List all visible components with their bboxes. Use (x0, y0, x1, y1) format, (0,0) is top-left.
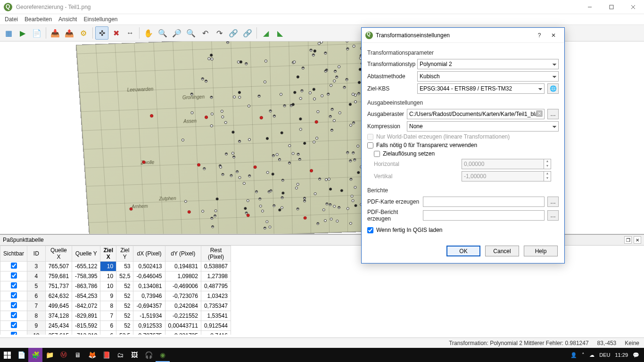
select-transform-type[interactable]: Polynomial 2 (417, 59, 559, 69)
row-visible-checkbox[interactable] (11, 292, 17, 298)
row-visible-checkbox[interactable] (11, 322, 17, 328)
zoom-layer-icon[interactable]: 🔍 (184, 26, 198, 40)
people-icon[interactable]: 👤 (570, 352, 577, 358)
table-row[interactable]: 10257,615-712,319652,50,707675-0,2217350… (0, 331, 231, 335)
gcp-table[interactable]: SichtbarIDQuelle XQuelle YZiel XZiel YdX… (0, 246, 231, 335)
select-target-crs[interactable]: EPSG:3044 - ETRS89 / ETRS-TM32 (417, 83, 545, 94)
ok-button[interactable]: OK (446, 246, 480, 256)
row-visible-checkbox[interactable] (11, 272, 17, 279)
notifications-icon[interactable]: 💬 (633, 352, 639, 358)
dialog-help-icon[interactable]: ? (532, 29, 546, 42)
taskbar-app-icon[interactable]: 🖼 (127, 348, 141, 362)
clock[interactable]: 11:29 (615, 352, 628, 358)
browse-pdf-map-button[interactable]: … (547, 197, 559, 207)
label-target-crs: Ziel-KBS (367, 85, 414, 92)
table-row[interactable]: 3765,507-655,12210530,5024130,1948310,53… (0, 262, 231, 272)
checkbox-load-in-qgis[interactable] (367, 227, 373, 233)
dialog-title: Transformationseinstellungen (376, 32, 532, 39)
select-compression[interactable]: None (407, 121, 559, 132)
column-header[interactable]: ID (27, 246, 46, 262)
taskbar-app-icon[interactable]: 🎧 (141, 348, 156, 362)
row-visible-checkbox[interactable] (11, 282, 17, 288)
taskbar-app-icon[interactable]: 🖥 (71, 348, 85, 362)
checkbox-zero-transparency[interactable] (367, 142, 373, 148)
start-button[interactable] (0, 348, 14, 362)
open-raster-icon[interactable]: ▦ (2, 26, 15, 40)
menu-settings[interactable]: Einstellungen (83, 16, 117, 23)
column-header[interactable]: Ziel X (100, 246, 116, 262)
browse-raster-button[interactable]: … (547, 109, 559, 119)
input-pdf-report[interactable] (423, 210, 545, 221)
pan-icon[interactable]: ✋ (142, 26, 155, 40)
taskbar-app-icon[interactable]: Ⓜ (57, 348, 71, 362)
menu-view[interactable]: Ansicht (58, 16, 77, 23)
input-pdf-map[interactable] (423, 197, 545, 207)
close-button[interactable] (622, 0, 644, 14)
menu-edit[interactable]: Bearbeiten (25, 16, 52, 23)
crs-picker-button[interactable]: 🌐 (547, 83, 559, 94)
file-explorer-icon[interactable]: 📁 (42, 348, 57, 362)
zoom-last-icon[interactable]: ↶ (198, 26, 212, 40)
start-georef-icon[interactable]: ▶ (16, 26, 29, 40)
table-row[interactable]: 7499,645-842,072852-0,6943570,2420840,73… (0, 301, 231, 311)
dialog-close-icon[interactable]: ✕ (546, 29, 561, 42)
row-visible-checkbox[interactable] (11, 312, 17, 318)
column-header[interactable]: Quelle X (45, 246, 72, 262)
label-load-in-qgis: Wenn fertig In QGIS laden (376, 227, 443, 233)
section-output: Ausgabeeinstellungen (367, 99, 559, 106)
qgis-taskbar-icon[interactable]: ◉ (156, 348, 170, 362)
label-vertical: Vertikal (374, 173, 459, 180)
close-panel-icon[interactable]: ✕ (634, 236, 641, 244)
column-header[interactable]: dY (Pixel) (165, 246, 201, 262)
onedrive-icon[interactable]: ☁ (589, 352, 594, 358)
settings-icon[interactable]: ⚙ (77, 26, 90, 40)
checkbox-target-resolution[interactable] (374, 151, 380, 157)
table-row[interactable]: 5751,737-863,78610520,134081-0,4690060,4… (0, 281, 231, 291)
adobe-reader-icon[interactable]: 📕 (99, 348, 113, 362)
taskbar-app-icon[interactable]: 📄 (14, 348, 28, 362)
raster-image: Leeuwarden Groningen Assen Zwolle Zutphe… (76, 41, 366, 234)
save-gcp-icon[interactable]: 📤 (63, 26, 76, 40)
table-row[interactable]: 4759,681-758,3951052,5-0,6460451,098021,… (0, 272, 231, 281)
column-header[interactable]: Quelle Y (72, 246, 100, 262)
move-point-icon[interactable]: ↔ (124, 26, 137, 40)
minimize-button[interactable] (579, 0, 601, 14)
delete-point-icon[interactable]: ✖ (109, 26, 123, 40)
zoom-out-icon[interactable]: 🔎 (170, 26, 183, 40)
help-button[interactable]: Help (524, 246, 558, 256)
add-point-icon[interactable]: ✜ (95, 26, 108, 40)
maximize-button[interactable] (601, 0, 622, 14)
row-visible-checkbox[interactable] (11, 332, 17, 335)
link-georef-icon[interactable]: 🔗 (227, 26, 240, 40)
input-output-raster[interactable] (407, 109, 545, 119)
select-resample[interactable]: Kubisch (417, 71, 559, 82)
clear-field-icon[interactable]: ✕ (536, 110, 543, 117)
qgis-icon (365, 32, 373, 39)
row-visible-checkbox[interactable] (11, 263, 17, 269)
full-histogram-icon[interactable]: ◢ (259, 26, 272, 40)
taskbar-app-icon[interactable]: 🧩 (28, 348, 42, 362)
generate-script-icon[interactable]: 📄 (30, 26, 43, 40)
label-target-resolution: Zielauflösung setzen (383, 150, 435, 157)
language-indicator[interactable]: DEU (599, 352, 610, 358)
undock-icon[interactable]: ❐ (624, 236, 632, 244)
browse-pdf-report-button[interactable]: … (547, 210, 559, 221)
menu-file[interactable]: Datei (5, 16, 18, 23)
link-qgis-icon[interactable]: 🔗 (241, 26, 254, 40)
row-visible-checkbox[interactable] (11, 302, 17, 308)
table-row[interactable]: 9245,434-815,5926520,9125330,004437110,9… (0, 321, 231, 331)
tray-chevron-icon[interactable]: ˄ (582, 352, 585, 358)
cancel-button[interactable]: Cancel (485, 246, 519, 256)
zoom-next-icon[interactable]: ↷ (213, 26, 226, 40)
column-header[interactable]: Rest (Pixel) (201, 246, 231, 262)
column-header[interactable]: dX (Pixel) (133, 246, 165, 262)
column-header[interactable]: Ziel Y (116, 246, 133, 262)
table-row[interactable]: 6624,632-854,2539520,73946-0,7230761,034… (0, 291, 231, 301)
column-header[interactable]: Sichtbar (0, 246, 27, 262)
table-row[interactable]: 8374,128-829,891752-1,51934-0,2215521,53… (0, 311, 231, 321)
taskbar-app-icon[interactable]: 🗂 (113, 348, 127, 362)
zoom-in-icon[interactable]: 🔍 (156, 26, 169, 40)
load-gcp-icon[interactable]: 📥 (49, 26, 62, 40)
local-histogram-icon[interactable]: ◣ (273, 26, 287, 40)
firefox-icon[interactable]: 🦊 (85, 348, 99, 362)
